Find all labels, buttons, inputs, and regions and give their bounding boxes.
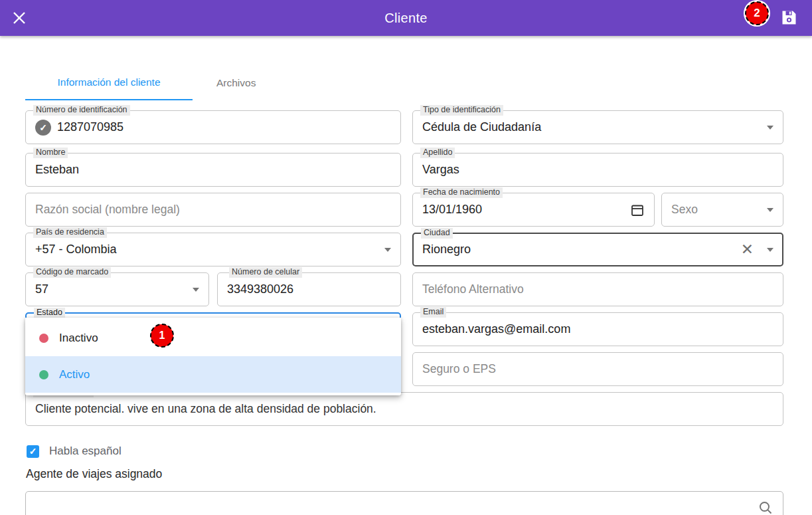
identification-number-value: 1287070985 [57, 120, 123, 134]
cell-number-field[interactable]: Número de celular 3349380026 [217, 272, 401, 306]
active-status-dot-icon [39, 370, 48, 379]
identification-number-label: Número de identificación [33, 105, 130, 116]
identification-number-field[interactable]: Número de identificación ✓ 1287070985 [25, 110, 401, 144]
insurance-placeholder: Seguro o EPS [422, 362, 496, 376]
assigned-agent-search-input[interactable] [25, 491, 783, 515]
search-icon[interactable] [758, 500, 773, 515]
dial-code-value: 57 [35, 282, 48, 296]
identification-type-select[interactable]: Tipo de identificación Cédula de Ciudada… [412, 110, 783, 144]
observations-value: Cliente potencial. vive en una zona de a… [35, 402, 376, 416]
sex-select[interactable]: Sexo [661, 193, 783, 227]
first-name-label: Nombre [33, 148, 68, 158]
cell-number-value: 3349380026 [227, 282, 293, 296]
status-select-wrap: Estado Inactivo Activo 1 [25, 312, 401, 346]
email-value: esteban.vargas@email.com [422, 322, 570, 336]
tab-client-info[interactable]: Información del cliente [25, 66, 193, 100]
dialog-title: Cliente [0, 11, 812, 26]
email-field[interactable]: Email esteban.vargas@email.com [412, 312, 783, 346]
chevron-down-icon[interactable] [767, 208, 773, 212]
status-option-label: Activo [59, 368, 90, 381]
insurance-field[interactable]: Seguro o EPS [412, 352, 783, 386]
inactive-status-dot-icon [39, 334, 48, 343]
chevron-down-icon[interactable] [384, 248, 391, 252]
client-form: Número de identificación ✓ 1287070985 Ti… [0, 100, 812, 515]
city-value: Rionegro [422, 243, 471, 257]
calendar-icon[interactable] [630, 203, 645, 217]
annotation-marker-1: 1 [151, 324, 173, 347]
last-name-label: Apellido [420, 148, 455, 158]
cell-number-label: Número de celular [229, 267, 302, 278]
clear-icon[interactable]: ✕ [741, 242, 754, 257]
dial-code-label: Código de marcado [33, 267, 111, 278]
last-name-field[interactable]: Apellido Vargas [412, 153, 783, 187]
residence-country-value: +57 - Colombia [35, 243, 117, 257]
assigned-agent-label: Agente de viajes asignado [26, 467, 783, 481]
annotation-marker-2: 2 [746, 2, 768, 25]
tab-files[interactable]: Archivos [204, 66, 268, 100]
status-option-label: Inactivo [59, 332, 98, 345]
speaks-spanish-label: Habla español [49, 445, 122, 458]
first-name-field[interactable]: Nombre Esteban [25, 153, 401, 187]
speaks-spanish-row: ✓ Habla español [27, 444, 783, 459]
last-name-value: Vargas [422, 163, 459, 177]
dialog-header: Cliente 2 [0, 0, 812, 36]
email-label: Email [420, 307, 446, 318]
observations-field[interactable]: Observaciones Cliente potencial. vive en… [25, 392, 783, 426]
residence-country-select[interactable]: País de residencia +57 - Colombia [25, 233, 401, 266]
sex-placeholder: Sexo [671, 203, 698, 217]
birth-date-label: Fecha de nacimiento [420, 187, 503, 198]
chevron-down-icon[interactable] [767, 126, 773, 130]
status-option-inactivo[interactable]: Inactivo [25, 320, 401, 356]
speaks-spanish-checkbox[interactable]: ✓ [27, 445, 39, 458]
chevron-down-icon[interactable] [193, 288, 199, 292]
alt-phone-field[interactable]: Teléfono Alternativo [412, 272, 783, 306]
status-label: Estado [34, 308, 65, 318]
status-dropdown-panel: Inactivo Activo 1 [25, 318, 401, 395]
birth-date-value: 13/01/1960 [422, 203, 482, 217]
city-label: Ciudad [421, 228, 453, 239]
city-select[interactable]: Ciudad Rionegro ✕ [412, 233, 783, 266]
birth-date-field[interactable]: Fecha de nacimiento 13/01/1960 [412, 193, 655, 227]
alt-phone-placeholder: Teléfono Alternativo [422, 282, 524, 296]
verified-check-icon: ✓ [35, 120, 51, 136]
status-option-activo[interactable]: Activo [25, 356, 401, 393]
tab-bar: Información del cliente Archivos [25, 66, 812, 100]
first-name-value: Esteban [35, 163, 79, 177]
identification-type-label: Tipo de identificación [420, 105, 503, 116]
identification-type-value: Cédula de Ciudadanía [422, 120, 541, 134]
dial-code-select[interactable]: Código de marcado 57 [25, 272, 209, 306]
legal-name-placeholder: Razón social (nombre legal) [35, 203, 180, 217]
legal-name-field[interactable]: Razón social (nombre legal) [25, 193, 401, 227]
save-icon[interactable] [780, 9, 798, 27]
chevron-down-icon[interactable] [767, 248, 773, 252]
residence-country-label: País de residencia [33, 227, 107, 238]
